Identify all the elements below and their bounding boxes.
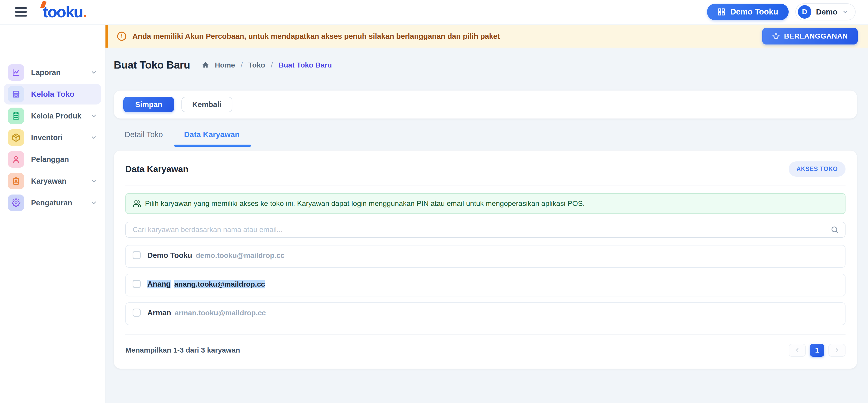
page-title: Buat Toko Baru [114, 59, 190, 71]
sidebar-item-label: Pengaturan [31, 199, 72, 207]
store-switcher-label: Demo Tooku [730, 7, 778, 17]
chevron-right-icon [834, 347, 840, 354]
section-title: Data Karyawan [125, 164, 188, 174]
topbar-right: Demo Tooku D Demo [707, 3, 856, 21]
tab-data-karyawan[interactable]: Data Karyawan [184, 130, 240, 146]
chevron-down-icon [90, 113, 97, 119]
main-content: Anda memiliki Akun Percobaan, untuk mend… [105, 25, 868, 403]
alert-circle-icon [117, 31, 127, 41]
tab-detail-toko[interactable]: Detail Toko [125, 130, 163, 146]
id-badge-icon [8, 173, 24, 189]
breadcrumb-separator: / [271, 61, 273, 69]
employee-email: demo.tooku@maildrop.cc [196, 252, 284, 260]
employee-card-header: Data Karyawan AKSES TOKO [125, 162, 845, 177]
trial-banner: Anda memiliki Akun Percobaan, untuk mend… [105, 25, 868, 48]
pagination-summary: Menampilkan 1-3 dari 3 karyawan [125, 346, 240, 354]
user-icon [8, 151, 24, 168]
logo-text: tooku [43, 3, 83, 21]
chevron-down-icon [90, 69, 97, 76]
back-button[interactable]: Kembali [182, 97, 232, 112]
next-page-button[interactable] [829, 344, 845, 357]
save-button[interactable]: Simpan [123, 97, 174, 112]
star-icon [772, 32, 780, 40]
breadcrumb-separator: / [241, 61, 243, 69]
store-icon [8, 86, 24, 103]
employee-list: Demo Tooku demo.tooku@maildrop.cc Anang … [125, 245, 845, 325]
sidebar-item-laporan[interactable]: Laporan [4, 62, 101, 83]
avatar: D [798, 5, 811, 19]
chevron-left-icon [794, 347, 801, 354]
chevron-down-icon [90, 199, 97, 206]
employee-row[interactable]: Arman arman.tooku@maildrop.cc [125, 303, 845, 325]
employee-row[interactable]: Anang anang.tooku@maildrop.cc [125, 274, 845, 296]
clipboard-icon [8, 108, 24, 124]
divider [125, 185, 845, 185]
chevron-down-icon [90, 178, 97, 184]
hamburger-icon [15, 7, 27, 9]
sidebar-item-kelola-toko[interactable]: Kelola Toko [4, 84, 101, 105]
gear-icon [8, 195, 24, 211]
akses-toko-badge: AKSES TOKO [788, 162, 845, 177]
sidebar-item-inventori[interactable]: Inventori [4, 127, 101, 148]
tab-bar: Detail Toko Data Karyawan [114, 130, 857, 146]
subscribe-label: BERLANGGANAN [784, 32, 848, 40]
sidebar-item-label: Karyawan [31, 177, 66, 185]
employee-checkbox[interactable] [133, 309, 141, 317]
user-menu[interactable]: D Demo [795, 3, 856, 21]
actions-card: Simpan Kembali [114, 90, 857, 119]
employee-checkbox[interactable] [133, 251, 141, 259]
breadcrumb: Home / Toko / Buat Toko Baru [202, 61, 332, 69]
sidebar-item-pelanggan[interactable]: Pelanggan [4, 149, 101, 170]
breadcrumb-toko[interactable]: Toko [248, 61, 265, 69]
subscribe-button[interactable]: BERLANGGANAN [762, 28, 858, 45]
sidebar-item-kelola-produk[interactable]: Kelola Produk [4, 106, 101, 126]
employee-name: Anang [147, 280, 170, 288]
sidebar: Laporan Kelola Toko Kelola Produk Invent… [0, 25, 105, 403]
employee-email: anang.tooku@maildrop.cc [174, 280, 265, 288]
pagination: 1 [788, 344, 845, 357]
content: Simpan Kembali Detail Toko Data Karyawan… [105, 90, 868, 369]
employee-row[interactable]: Demo Tooku demo.tooku@maildrop.cc [125, 245, 845, 268]
page-head: Buat Toko Baru Home / Toko / Buat Toko B… [114, 59, 857, 71]
package-icon [8, 129, 24, 146]
breadcrumb-home[interactable]: Home [215, 61, 235, 69]
trial-banner-message: Anda memiliki Akun Percobaan, untuk mend… [132, 32, 500, 40]
info-text: Pilih karyawan yang memiliki akses ke to… [145, 199, 585, 208]
search-wrap [125, 222, 845, 238]
sidebar-item-label: Pelanggan [31, 155, 69, 164]
chart-icon [8, 64, 24, 81]
store-switcher-button[interactable]: Demo Tooku [707, 4, 788, 20]
app-logo[interactable]: tooku. [43, 4, 86, 20]
chevron-down-icon [90, 134, 97, 141]
breadcrumb-current: Buat Toko Baru [278, 61, 332, 69]
divider [125, 335, 845, 335]
sidebar-item-pengaturan[interactable]: Pengaturan [4, 193, 101, 213]
sidebar-item-label: Kelola Toko [31, 90, 74, 98]
menu-toggle-button[interactable] [15, 7, 28, 17]
employee-name: Demo Tooku [147, 251, 192, 260]
grid-icon [717, 8, 725, 16]
topbar: tooku. Demo Tooku D Demo [0, 0, 868, 24]
logo-dot: . [83, 3, 86, 21]
page-1-button[interactable]: 1 [810, 344, 824, 357]
employee-name: Arman [147, 309, 171, 317]
sidebar-item-label: Laporan [31, 68, 61, 77]
prev-page-button[interactable] [788, 344, 806, 357]
list-footer: Menampilkan 1-3 dari 3 karyawan 1 [125, 344, 845, 357]
users-icon [133, 200, 141, 207]
employee-checkbox[interactable] [133, 280, 141, 288]
user-name: Demo [816, 7, 837, 16]
chevron-down-icon [842, 9, 848, 15]
employee-card: Data Karyawan AKSES TOKO Pilih karyawan … [114, 150, 857, 369]
info-box: Pilih karyawan yang memiliki akses ke to… [125, 193, 845, 214]
sidebar-item-label: Kelola Produk [31, 112, 82, 120]
home-icon [202, 62, 209, 69]
search-input[interactable] [125, 222, 845, 238]
employee-email: arman.tooku@maildrop.cc [175, 309, 266, 317]
sidebar-item-karyawan[interactable]: Karyawan [4, 171, 101, 192]
sidebar-item-label: Inventori [31, 134, 63, 142]
search-icon [831, 226, 839, 234]
